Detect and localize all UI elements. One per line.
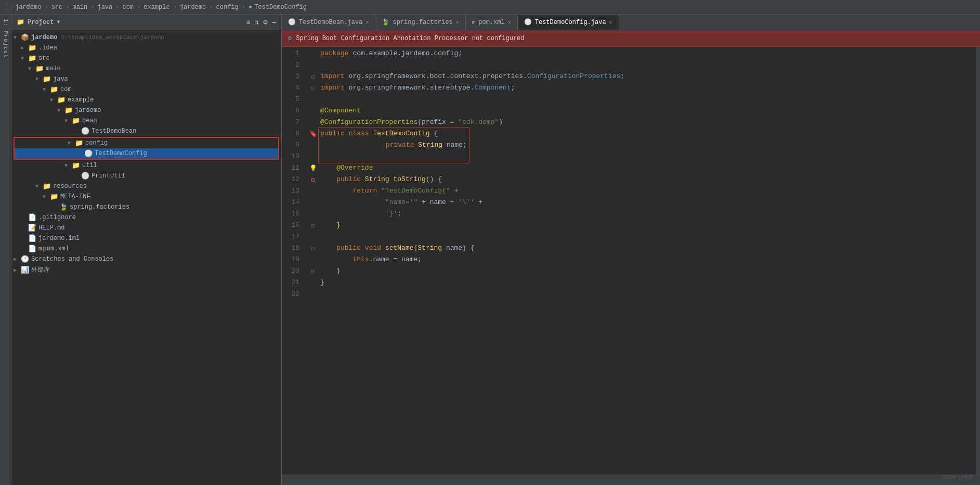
code-line-19: this.name = name;	[318, 254, 976, 265]
tree-item-com[interactable]: ▼ 📁 com	[11, 84, 281, 95]
tree-item-external-libs[interactable]: ▶ 📊 外部库	[11, 264, 281, 275]
code-line-7: @ConfigurationProperties(prefix = "sdk.d…	[318, 117, 976, 128]
line-numbers: 1 2 3 4 5 6 7 8 9 10 11 12 13 14 15 16 1…	[282, 47, 308, 475]
tree-item-idea[interactable]: ▶ 📁 .idea	[11, 43, 281, 53]
class-icon-testdemoconfig: ⚪	[84, 149, 93, 158]
tab-label-pom-xml: pom.xml	[478, 19, 504, 26]
tree-item-scratches[interactable]: ▶ 🕐 Scratches and Consoles	[11, 254, 281, 264]
code-line-11: @Override	[318, 162, 976, 174]
folder-icon: 📁	[17, 18, 24, 26]
breadcrumb-jardemo[interactable]: jardemo	[15, 4, 41, 11]
code-content[interactable]: package com.example.jardemo.config; impo…	[318, 47, 976, 475]
folder-icon-com: 📁	[50, 85, 58, 94]
watermark: CSDN @博梦	[942, 473, 974, 481]
panel-actions: ⊕ ⇅ ⚙ —	[246, 18, 276, 27]
folder-icon-jardemo-pkg: 📁	[64, 106, 73, 114]
breadcrumb-com[interactable]: com	[122, 4, 134, 11]
breadcrumb-jardemo2[interactable]: jardemo	[180, 4, 206, 11]
status-bar	[282, 475, 980, 485]
breadcrumb-config[interactable]: config	[216, 4, 239, 11]
tree-item-meta-inf[interactable]: ▼ 📁 META-INF	[11, 192, 281, 202]
code-line-2	[318, 59, 976, 71]
folder-icon-java: 📁	[43, 75, 51, 83]
factories-icon: 🍃	[59, 203, 68, 211]
folder-icon-example: 📁	[57, 96, 66, 104]
tree-item-jardemo-root[interactable]: ▼ 📦 jardemo D:\temp\idea_workplace\jarde…	[11, 32, 281, 43]
code-line-5	[318, 94, 976, 105]
settings-icon[interactable]: ⚙	[263, 18, 267, 27]
tree-item-help-md[interactable]: 📝 HELP.md	[11, 223, 281, 233]
tree-item-jardemo-iml[interactable]: 📄 jardemo.iml	[11, 233, 281, 244]
tree-item-gitignore[interactable]: 📄 .gitignore	[11, 212, 281, 223]
breadcrumb-java[interactable]: java	[97, 4, 112, 11]
tab-testdemobean[interactable]: ⚪ TestDemoBean.java ✕	[282, 15, 375, 30]
tree-item-resources[interactable]: ▼ 📁 resources	[11, 181, 281, 192]
close-tab-testdemobean[interactable]: ✕	[365, 19, 369, 25]
tree-item-java[interactable]: ▼ 📁 java	[11, 74, 281, 84]
tree-item-config[interactable]: ▼ 📁 config	[15, 138, 278, 148]
code-line-4: import org.springframework.stereotype.Co…	[318, 82, 976, 94]
tree-item-main[interactable]: ▼ 📁 main	[11, 63, 281, 74]
xml-icon-pom: 📄	[28, 245, 36, 253]
tree-item-pom-xml[interactable]: 📄 mpom.xml	[11, 244, 281, 254]
dropdown-arrow-icon[interactable]: ▼	[57, 19, 60, 25]
tree-item-testdemobean[interactable]: ⚪ TestDemoBean	[11, 126, 281, 136]
tree-item-printutil[interactable]: ⚪ PrintUtil	[11, 171, 281, 181]
code-line-15: '}';	[318, 208, 976, 220]
warning-bar: ⚙ Spring Boot Configuration Annotation P…	[282, 30, 980, 47]
tab-label-spring-factories: spring.factories	[393, 19, 452, 26]
tab-pom-xml[interactable]: m pom.xml ✕	[466, 15, 518, 30]
breadcrumb-src[interactable]: src	[51, 4, 63, 11]
tree-item-spring-factories[interactable]: 🍃 spring.factories	[11, 202, 281, 212]
folder-icon-config: 📁	[75, 139, 83, 147]
sidebar-project-tab[interactable]: 1: Project	[0, 15, 11, 485]
project-title: 📁 Project ▼	[17, 18, 60, 26]
minimize-icon[interactable]: —	[272, 18, 276, 27]
code-line-13: return "TestDemoConfig{" +	[318, 185, 976, 197]
folder-icon-bean: 📁	[72, 117, 80, 125]
code-line-3: import org.springframework.boot.context.…	[318, 71, 976, 82]
tab-spring-factories[interactable]: 🍃 spring.factories ✕	[375, 15, 465, 30]
project-panel: 📁 Project ▼ ⊕ ⇅ ⚙ — ▼ 📦 jardemo D:\temp\…	[11, 15, 282, 485]
project-title-label: Project	[28, 19, 54, 26]
warning-icon: ⚙	[288, 34, 292, 42]
tree-item-example[interactable]: ▼ 📁 example	[11, 95, 281, 105]
breadcrumb-main[interactable]: main	[72, 4, 87, 11]
md-icon: 📝	[28, 224, 36, 232]
close-tab-pom-xml[interactable]: ✕	[508, 19, 511, 25]
breadcrumb-bar: ⬛ jardemo › src › main › java › com › ex…	[0, 0, 980, 15]
config-highlight-box: ▼ 📁 config ⚪ TestDemoConfig	[14, 137, 279, 160]
bookmark-icon-8: 🔖	[309, 130, 317, 138]
close-tab-spring-factories[interactable]: ✕	[456, 19, 459, 25]
breadcrumb-class-icon: ●	[249, 4, 252, 11]
arrow-icon: ▼	[14, 35, 21, 41]
code-line-6: @Component	[318, 105, 976, 117]
code-line-16: }	[318, 220, 976, 231]
folder-icon-resources: 📁	[43, 182, 51, 190]
scratches-icon: 🕐	[21, 255, 29, 263]
project-panel-header: 📁 Project ▼ ⊕ ⇅ ⚙ —	[11, 15, 281, 30]
tree-item-src[interactable]: ▼ 📁 src	[11, 53, 281, 63]
tree-item-util[interactable]: ▼ 📁 util	[11, 160, 281, 171]
vertical-scrollbar[interactable]	[976, 47, 980, 475]
close-tab-testdemoconfig[interactable]: ✕	[609, 19, 612, 25]
breadcrumb-testdemoconfig[interactable]: TestDemoConfig	[254, 4, 307, 11]
editor-area: ⚪ TestDemoBean.java ✕ 🍃 spring.factories…	[282, 15, 980, 485]
tree-item-bean[interactable]: ▼ 📁 bean	[11, 116, 281, 126]
folder-icon-util: 📁	[72, 161, 80, 170]
code-line-22	[318, 288, 976, 300]
external-libs-icon: 📊	[21, 266, 29, 274]
locate-icon[interactable]: ⊕	[246, 18, 251, 27]
sidebar-tab-label: 1: Project	[3, 19, 9, 58]
main-layout: 1: Project 📁 Project ▼ ⊕ ⇅ ⚙ — ▼ 📦 jarde	[0, 15, 980, 485]
breadcrumb-example[interactable]: example	[143, 4, 169, 11]
code-line-17	[318, 231, 976, 242]
code-line-21: }	[318, 277, 976, 288]
collapse-icon[interactable]: ⇅	[255, 18, 259, 27]
tree-item-jardemo-pkg[interactable]: ▼ 📁 jardemo	[11, 105, 281, 116]
tab-class-icon-config: ⚪	[524, 18, 532, 26]
bulb-icon-11: 💡	[309, 164, 317, 172]
tree-item-testdemoconfig[interactable]: ⚪ TestDemoConfig	[15, 148, 278, 159]
code-editor[interactable]: 1 2 3 4 5 6 7 8 9 10 11 12 13 14 15 16 1…	[282, 47, 980, 475]
tab-testdemoconfig[interactable]: ⚪ TestDemoConfig.java ✕	[518, 15, 619, 30]
